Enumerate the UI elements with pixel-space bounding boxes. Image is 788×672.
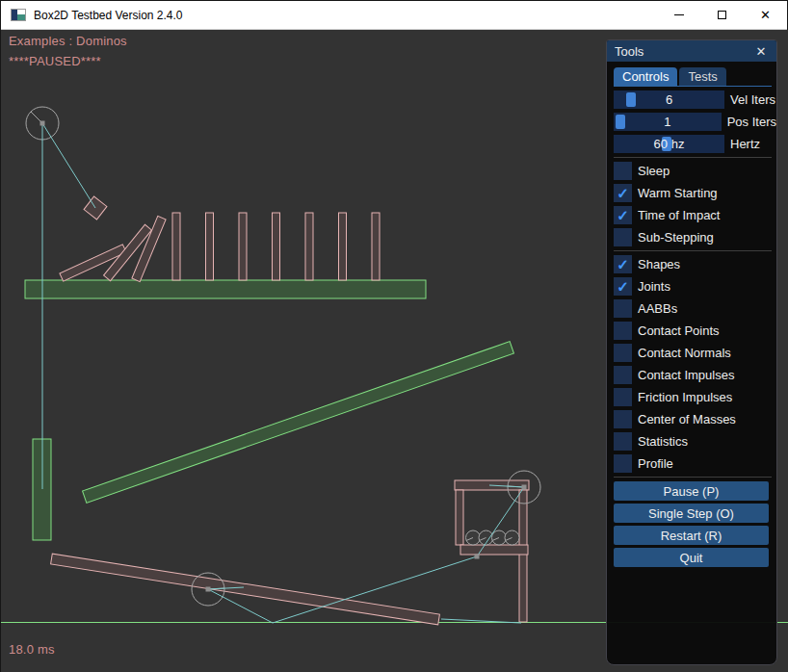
checkbox-box-shapes[interactable]: ✓ <box>614 255 632 273</box>
tools-panel-titlebar[interactable]: Tools ✕ <box>607 40 776 62</box>
window-titlebar: Box2D Testbed Version 2.4.0 ✕ <box>1 1 787 30</box>
close-button[interactable]: ✕ <box>744 1 787 29</box>
quit-button[interactable]: Quit <box>614 548 769 567</box>
separator-buttons <box>614 477 772 478</box>
tools-panel-title: Tools <box>615 44 753 59</box>
joint-anchor-pulley <box>522 485 527 490</box>
checkbox-box-warm-starting[interactable]: ✓ <box>614 184 632 202</box>
checkbox-sub-stepping[interactable]: Sub-Stepping <box>614 228 776 246</box>
maximize-button[interactable] <box>700 1 744 29</box>
checkbox-box-joints[interactable]: ✓ <box>614 277 632 296</box>
domino-upright-1[interactable] <box>172 213 180 280</box>
incline-plank <box>83 342 514 504</box>
checkbox-label-center-of-masses: Center of Masses <box>638 412 736 426</box>
domino-upright-7[interactable] <box>372 213 380 280</box>
slider-value-vel-iters: 6 <box>614 90 724 109</box>
checkbox-profile[interactable]: Profile <box>614 454 776 473</box>
checkbox-box-time-of-impact[interactable]: ✓ <box>614 206 632 224</box>
checkbox-label-friction-impulses: Friction Impulses <box>638 390 732 404</box>
checkbox-label-joints: Joints <box>638 279 670 294</box>
slider-list: 6Vel Iters1Pos Iters60 hzHertz <box>614 90 776 153</box>
domino-upright-5[interactable] <box>305 213 313 280</box>
window-title: Box2D Testbed Version 2.4.0 <box>34 9 183 22</box>
checkbox-label-shapes: Shapes <box>638 257 680 271</box>
joint-anchor-seesaw <box>206 587 211 592</box>
checkbox-box-contact-points[interactable] <box>614 322 632 340</box>
domino-upright-2[interactable] <box>206 213 214 280</box>
frame-time-label: 18.0 ms <box>9 642 55 657</box>
checkbox-box-profile[interactable] <box>614 454 632 473</box>
slider-pos-iters[interactable]: 1 <box>614 113 722 131</box>
slider-row-vel-iters: 6Vel Iters <box>614 90 776 109</box>
checkbox-box-aabbs[interactable] <box>614 299 632 318</box>
dominos-platform <box>25 280 426 298</box>
checkbox-label-warm-starting: Warm Starting <box>638 186 718 200</box>
slider-label-hertz: Hertz <box>730 137 760 151</box>
frame-right-post[interactable] <box>519 490 527 622</box>
checkbox-label-sub-stepping: Sub-Stepping <box>638 230 714 245</box>
separator-checkbox-group <box>614 250 772 251</box>
checkmark-icon: ✓ <box>617 184 629 202</box>
checkmark-icon: ✓ <box>617 277 629 296</box>
checkbox-label-time-of-impact: Time of Impact <box>638 208 720 222</box>
checkbox-box-contact-normals[interactable] <box>614 344 632 362</box>
checkbox-warm-starting[interactable]: ✓Warm Starting <box>614 184 776 202</box>
checkbox-contact-impulses[interactable]: Contact Impulses <box>614 366 776 384</box>
tab-bar: ControlsTests <box>614 67 772 87</box>
checkbox-joints[interactable]: ✓Joints <box>614 277 776 296</box>
slider-vel-iters[interactable]: 6 <box>614 90 724 109</box>
frame-shelf[interactable] <box>460 545 528 555</box>
domino-upright-4[interactable] <box>273 213 280 280</box>
slider-label-vel-iters: Vel Iters <box>730 92 775 107</box>
domino-upright-3[interactable] <box>239 213 247 280</box>
checkbox-friction-impulses[interactable]: Friction Impulses <box>614 388 776 406</box>
checkbox-contact-normals[interactable]: Contact Normals <box>614 344 776 362</box>
checkbox-box-friction-impulses[interactable] <box>614 388 632 406</box>
checkmark-icon: ✓ <box>617 255 629 273</box>
checkbox-box-statistics[interactable] <box>614 432 632 451</box>
slider-value-hertz: 60 hz <box>614 135 724 153</box>
checkbox-label-sleep: Sleep <box>638 164 670 178</box>
slider-hertz[interactable]: 60 hz <box>614 135 724 153</box>
slider-row-hertz: 60 hzHertz <box>614 135 776 153</box>
joint-anchor-shelf <box>475 555 480 559</box>
tools-panel: Tools ✕ ControlsTests 6Vel Iters1Pos Ite… <box>606 39 777 665</box>
tools-panel-close-button[interactable]: ✕ <box>753 43 769 59</box>
domino-upright-6[interactable] <box>339 213 347 280</box>
slider-value-pos-iters: 1 <box>614 113 722 131</box>
tab-controls[interactable]: Controls <box>614 67 677 86</box>
maximize-icon <box>718 11 726 19</box>
separator-sliders <box>614 157 772 158</box>
seesaw-plank[interactable] <box>51 554 440 625</box>
simulation-viewport[interactable]: Examples : Dominos ****PAUSED**** 18.0 m… <box>1 30 788 672</box>
checkbox-box-sleep[interactable] <box>614 162 632 180</box>
checkbox-shapes[interactable]: ✓Shapes <box>614 255 776 273</box>
checkbox-time-of-impact[interactable]: ✓Time of Impact <box>614 206 776 224</box>
minimize-icon <box>674 14 684 15</box>
slider-label-pos-iters: Pos Iters <box>727 115 776 129</box>
restart-r-button[interactable]: Restart (R) <box>614 526 769 545</box>
app-window: Box2D Testbed Version 2.4.0 ✕ <box>0 0 788 672</box>
checkbox-center-of-masses[interactable]: Center of Masses <box>614 410 776 428</box>
checkbox-box-sub-stepping[interactable] <box>614 228 632 246</box>
checkbox-contact-points[interactable]: Contact Points <box>614 322 776 340</box>
checkbox-aabbs[interactable]: AABBs <box>614 299 776 318</box>
checkbox-sleep[interactable]: Sleep <box>614 162 776 180</box>
checkbox-box-contact-impulses[interactable] <box>614 366 632 384</box>
checkbox-label-statistics: Statistics <box>638 434 688 449</box>
app-icon <box>11 9 26 21</box>
single-step-o-button[interactable]: Single Step (O) <box>614 504 769 523</box>
checkbox-area: Sleep✓Warm Starting✓Time of ImpactSub-St… <box>614 162 776 473</box>
checkbox-box-center-of-masses[interactable] <box>614 410 632 428</box>
frame-left-post[interactable] <box>456 490 463 545</box>
pause-p-button[interactable]: Pause (P) <box>614 481 769 501</box>
paused-label: ****PAUSED**** <box>9 54 101 68</box>
checkbox-label-profile: Profile <box>638 456 673 471</box>
checkbox-label-contact-points: Contact Points <box>638 323 720 338</box>
close-icon: ✕ <box>760 9 771 21</box>
joint-anchor-pivot <box>40 121 45 126</box>
tab-tests[interactable]: Tests <box>679 67 725 86</box>
checkbox-statistics[interactable]: Statistics <box>614 432 776 451</box>
checkmark-icon: ✓ <box>617 206 629 224</box>
minimize-button[interactable] <box>657 1 700 29</box>
